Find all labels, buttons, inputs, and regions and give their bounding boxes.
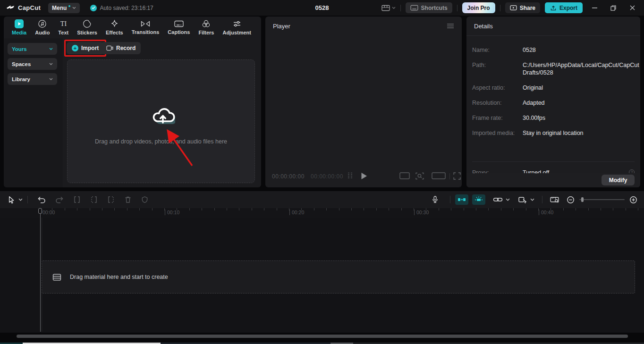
horizontal-scrollbar[interactable] [17, 335, 628, 338]
mask-button[interactable] [141, 196, 148, 203]
tab-media[interactable]: Media [8, 18, 30, 36]
ruler-label: 00:30 [414, 210, 429, 215]
display-layout-icon[interactable] [381, 5, 396, 11]
menu-button[interactable]: Menu [48, 3, 80, 13]
divider [457, 5, 458, 11]
resolution-button[interactable] [432, 172, 446, 179]
cursor-tool-chevron-icon[interactable] [18, 198, 23, 201]
ruler-label: 00:40 [539, 210, 553, 215]
join-pro-button[interactable]: Join Pro [462, 2, 495, 13]
ruler-label: 00:10 [165, 210, 179, 215]
zoom-in-button[interactable] [629, 196, 637, 204]
player-panel: Player 00:00:00:00 00:00:00:00 [265, 17, 462, 187]
select-cursor-tool[interactable] [8, 196, 16, 204]
chevron-down-icon [392, 7, 396, 9]
record-button[interactable]: Record [101, 42, 141, 54]
total-timecode: 00:00:00:00 [311, 173, 343, 180]
ruler-label: 00:00 [40, 210, 55, 215]
playhead-line[interactable] [40, 213, 41, 332]
auto-snap-toggle[interactable] [455, 194, 468, 205]
media-sidebar: Yours Spaces Library [4, 38, 63, 187]
capcut-logo-icon [6, 4, 15, 11]
focus-zoom-button[interactable] [415, 172, 424, 180]
frame-grid-icon[interactable] [347, 172, 354, 179]
tab-transitions[interactable]: Transitions [128, 19, 163, 36]
sidebar-item-spaces[interactable]: Spaces [8, 58, 57, 70]
delete-right-button[interactable] [107, 196, 115, 203]
link-tool-chevron-icon[interactable] [506, 198, 510, 201]
record-label: Record [116, 45, 136, 51]
zoom-out-button[interactable] [567, 196, 575, 204]
track-dropzone-text: Drag material here and start to create [70, 274, 168, 280]
chevron-down-icon [49, 63, 53, 65]
export-button[interactable]: Export [545, 2, 583, 13]
media-icon [15, 19, 24, 28]
dropzone-hint-text: Drag and drop videos, photos, and audio … [68, 138, 254, 145]
import-highlight-annotation: + Import [64, 40, 106, 57]
modify-button[interactable]: Modify [602, 175, 635, 185]
tab-text[interactable]: TI Text [55, 18, 72, 36]
play-button[interactable] [361, 172, 367, 180]
transitions-icon [140, 20, 151, 28]
preview-snap-toggle[interactable] [472, 194, 485, 205]
media-dropzone[interactable]: Drag and drop videos, photos, and audio … [67, 59, 255, 183]
autosave-status: Auto saved: 23:16:17 [90, 5, 153, 11]
tab-captions[interactable]: Captions [164, 19, 193, 36]
close-button[interactable] [625, 0, 639, 16]
title-bar: CapCut Menu Auto saved: 23:16:17 0528 Sh… [0, 0, 644, 16]
tab-audio[interactable]: Audio [32, 18, 53, 36]
share-button[interactable]: Share [505, 2, 540, 13]
divider [27, 196, 28, 203]
film-clip-icon [52, 273, 61, 281]
player-menu-icon[interactable] [447, 24, 454, 28]
delete-left-button[interactable] [90, 196, 98, 203]
delete-button[interactable] [124, 196, 132, 203]
red-arrow-annotation [165, 129, 196, 168]
media-content: + Import Record Drag and drop videos, ph… [63, 38, 261, 187]
record-voiceover-button[interactable] [432, 195, 439, 204]
timeline-preview-button[interactable] [550, 196, 559, 203]
plus-icon: + [72, 45, 78, 51]
tab-adjustment[interactable]: Adjustment [219, 18, 254, 36]
player-title: Player [273, 23, 290, 30]
minimize-button[interactable] [587, 0, 602, 16]
logo-text: CapCut [18, 4, 41, 11]
restore-button[interactable] [606, 0, 620, 16]
text-icon: TI [59, 19, 68, 28]
ratio-button[interactable] [399, 172, 410, 179]
import-label: Import [81, 45, 99, 51]
slider-handle[interactable] [581, 197, 584, 202]
timeline-ruler[interactable]: 00:00 00:10 00:20 00:30 00:40 [0, 208, 644, 218]
current-timecode: 00:00:00:00 [272, 173, 305, 180]
sticker-icon [83, 19, 92, 28]
split-button[interactable] [73, 196, 81, 203]
star-icon [110, 19, 119, 28]
details-footer: Modify [466, 173, 640, 187]
ruler-label: 00:20 [289, 210, 304, 215]
click-select-chevron-icon[interactable] [530, 198, 534, 201]
timeline-zoom-slider[interactable] [579, 197, 625, 202]
tab-effects[interactable]: Effects [102, 18, 127, 36]
audio-icon [38, 19, 47, 28]
sidebar-item-library[interactable]: Library [8, 73, 57, 85]
media-panel: Media Audio TI Text Stickers Effects Tra… [4, 17, 261, 187]
fullscreen-button[interactable] [453, 172, 461, 180]
redo-button[interactable] [55, 196, 64, 203]
track-dropzone[interactable]: Drag material here and start to create [42, 260, 635, 294]
import-button[interactable]: + Import [67, 42, 104, 54]
timeline-track-area[interactable]: Drag material here and start to create [0, 218, 644, 333]
share-icon [510, 5, 517, 11]
shortcuts-label: Shortcuts [421, 5, 448, 11]
export-icon [550, 5, 557, 11]
slider-track [579, 199, 625, 200]
tab-stickers[interactable]: Stickers [74, 18, 101, 36]
divider [449, 173, 450, 179]
link-tool-button[interactable] [493, 197, 503, 202]
undo-button[interactable] [37, 196, 46, 203]
cloud-upload-icon [151, 105, 175, 128]
sidebar-item-yours[interactable]: Yours [8, 43, 57, 55]
click-select-tool-button[interactable] [518, 196, 527, 203]
details-panel: Details Name: 0528 Path: C:/Users/HP/App… [466, 17, 640, 187]
shortcuts-button[interactable]: Shortcuts [406, 2, 452, 13]
tab-filters[interactable]: Filters [195, 18, 217, 36]
